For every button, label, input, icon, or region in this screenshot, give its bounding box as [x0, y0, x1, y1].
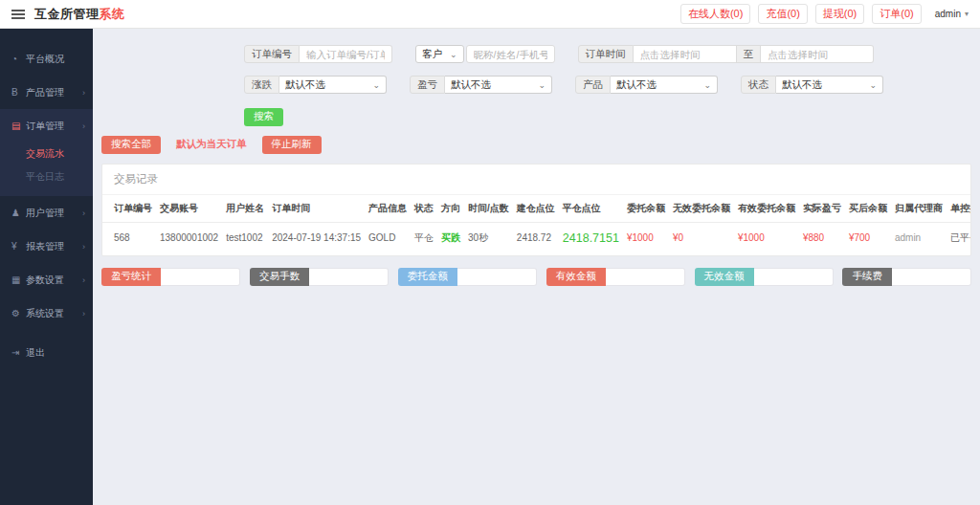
- sidebar-subitem-close-log[interactable]: 平仓日志: [0, 165, 93, 188]
- customer-type-select[interactable]: 客户 ⌄: [415, 45, 464, 63]
- col-product: 产品信息: [365, 195, 411, 223]
- col-direction: 方向: [437, 195, 464, 223]
- col-open-point: 建仓点位: [513, 195, 559, 223]
- trade-lots-label: 交易手数: [250, 268, 309, 286]
- sidebar-subitem-trade-flow[interactable]: 交易流水: [0, 143, 93, 165]
- sidebar-item-logout[interactable]: ⇥ 退出: [0, 336, 93, 369]
- product-icon: Ƀ: [11, 87, 26, 98]
- col-status: 状态: [411, 195, 437, 223]
- fee-input[interactable]: [892, 268, 971, 286]
- order-no-filter: 订单编号: [244, 45, 392, 63]
- summary-row: 盈亏统计 交易手数 委托金额 有效金额 无效金额 手续费: [101, 268, 971, 286]
- sidebar-item-user-management[interactable]: ♟ 用户管理 ›: [0, 196, 93, 230]
- col-valid-entrust: 有效委托余额: [734, 195, 799, 223]
- cell-status: 平仓: [411, 222, 437, 255]
- time-to-input[interactable]: [761, 45, 874, 63]
- table-row: 568 13800001002 test1002 2024-07-19 14:3…: [102, 222, 971, 255]
- cell-balance-after: ¥700: [845, 222, 891, 255]
- cell-order-no: 568: [102, 222, 156, 255]
- filter-row-1: 订单编号 客户 ⌄ 订单时间 至: [244, 45, 971, 63]
- chevron-right-icon: ›: [82, 88, 85, 98]
- filter-row-2: 涨跌 默认不选 ⌄ 盈亏 默认不选 ⌄ 产品 默认不选: [244, 76, 971, 94]
- chevron-down-icon: ⌄: [365, 80, 380, 90]
- main-content: 订单编号 客户 ⌄ 订单时间 至: [93, 29, 980, 505]
- chevron-right-icon: ›: [82, 242, 85, 252]
- cell-account: 13800001002: [156, 222, 222, 255]
- logout-icon: ⇥: [11, 347, 26, 358]
- fee-label: 手续费: [842, 268, 892, 286]
- cell-invalid-entrust: ¥0: [669, 222, 734, 255]
- cell-username: test1002: [222, 222, 268, 255]
- invalid-amount-input[interactable]: [754, 268, 834, 286]
- col-balance-after: 买后余额: [845, 195, 891, 223]
- sidebar-item-parameter-settings[interactable]: ▦ 参数设置 ›: [0, 263, 93, 296]
- order-no-input[interactable]: [300, 45, 392, 63]
- app-title: 互金所管理系统: [34, 6, 125, 23]
- rise-fall-filter: 涨跌 默认不选 ⌄: [244, 76, 387, 94]
- online-users-badge[interactable]: 在线人数(0): [680, 4, 750, 24]
- status-label: 状态: [741, 76, 776, 94]
- orders-icon: ▤: [11, 121, 26, 131]
- time-to-label: 至: [737, 45, 762, 63]
- order-no-label: 订单编号: [244, 45, 300, 63]
- order-time-filter: 订单时间 至: [578, 45, 875, 63]
- col-username: 用户姓名: [222, 195, 268, 223]
- time-from-input[interactable]: [634, 45, 737, 63]
- trade-lots-input[interactable]: [309, 268, 389, 286]
- chevron-right-icon: ›: [82, 209, 85, 218]
- product-label: 产品: [575, 76, 611, 94]
- col-entrust-balance: 委托余额: [623, 195, 669, 223]
- cell-open-point: 2418.72: [513, 222, 559, 255]
- valid-amount-input[interactable]: [606, 268, 685, 286]
- search-all-button[interactable]: 搜索全部: [101, 136, 161, 154]
- search-button[interactable]: 搜索: [244, 108, 283, 126]
- toolbar: 搜索全部 默认为当天订单 停止刷新: [101, 136, 971, 154]
- withdraw-badge[interactable]: 提现(0): [815, 4, 864, 24]
- valid-amount-group: 有效金额: [546, 268, 685, 286]
- cell-control: 已平仓: [947, 222, 971, 255]
- invalid-amount-label: 无效金额: [695, 268, 754, 286]
- orders-badge[interactable]: 订单(0): [872, 4, 921, 24]
- panel-title: 交易记录: [102, 165, 970, 195]
- invalid-amount-group: 无效金额: [695, 268, 834, 286]
- profit-stat-input[interactable]: [161, 268, 240, 286]
- params-icon: ▦: [11, 274, 26, 285]
- sidebar-item-product-management[interactable]: Ƀ 产品管理 ›: [0, 76, 93, 109]
- users-icon: ♟: [11, 208, 26, 218]
- profit-loss-select[interactable]: 默认不选 ⌄: [445, 76, 552, 94]
- sidebar-item-system-settings[interactable]: ⚙ 系统设置 ›: [0, 296, 93, 330]
- chevron-down-icon: ⌄: [442, 50, 457, 59]
- sidebar-item-platform-overview[interactable]: ◔ 平台概况: [0, 42, 93, 76]
- customer-search-input[interactable]: [466, 45, 555, 63]
- col-order-no: 订单编号: [102, 195, 156, 223]
- stop-refresh-button[interactable]: 停止刷新: [262, 136, 322, 154]
- recharge-badge[interactable]: 充值(0): [758, 4, 807, 24]
- sidebar-item-report-management[interactable]: ¥ 报表管理 ›: [0, 230, 93, 263]
- profit-stat-group: 盈亏统计: [101, 268, 240, 286]
- chevron-right-icon: ›: [82, 309, 85, 318]
- cell-entrust-balance: ¥1000: [623, 222, 669, 255]
- cell-close-point: 2418.7151: [559, 222, 623, 255]
- sidebar-item-order-management[interactable]: ▤ 订单管理 ›: [0, 109, 93, 143]
- col-order-time: 订单时间: [268, 195, 365, 223]
- filter-area: 订单编号 客户 ⌄ 订单时间 至: [244, 45, 971, 126]
- rise-fall-label: 涨跌: [244, 76, 279, 94]
- chevron-down-icon: ⌄: [696, 80, 711, 90]
- cell-agent: admin: [891, 222, 947, 255]
- topbar-right: 在线人数(0) 充值(0) 提现(0) 订单(0) admin ▾: [680, 4, 969, 24]
- cell-product: GOLD: [365, 222, 411, 255]
- entrust-amount-label: 委托金额: [398, 268, 457, 286]
- dashboard-icon: ◔: [11, 54, 26, 64]
- col-control: 单控操作: [947, 195, 971, 223]
- default-today-hint: 默认为当天订单: [176, 138, 247, 151]
- product-select[interactable]: 默认不选 ⌄: [611, 76, 718, 94]
- topbar: 互金所管理系统 在线人数(0) 充值(0) 提现(0) 订单(0) admin …: [0, 0, 980, 29]
- trade-lots-group: 交易手数: [250, 268, 389, 286]
- chevron-down-icon: ▾: [965, 10, 969, 18]
- rise-fall-select[interactable]: 默认不选 ⌄: [279, 76, 387, 94]
- col-close-point: 平仓点位: [559, 195, 623, 223]
- menu-toggle-icon[interactable]: [11, 10, 25, 19]
- admin-user-menu[interactable]: admin ▾: [935, 9, 969, 19]
- status-select[interactable]: 默认不选 ⌄: [776, 76, 883, 94]
- entrust-amount-input[interactable]: [457, 268, 537, 286]
